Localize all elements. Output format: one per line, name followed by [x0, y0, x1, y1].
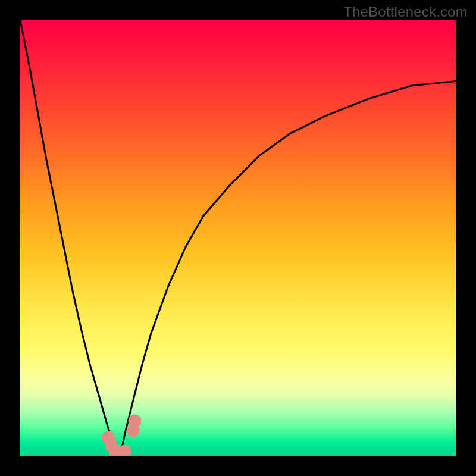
chart-container: TheBottleneck.com — [0, 0, 476, 476]
plot-area — [20, 20, 456, 456]
marker-group — [102, 414, 142, 456]
watermark-text: TheBottleneck.com — [343, 4, 468, 20]
curve-left-curve — [20, 20, 120, 456]
marker-dot — [129, 414, 142, 427]
curve-group — [20, 20, 456, 456]
plot-svg — [20, 20, 456, 456]
curve-right-curve — [120, 82, 456, 456]
